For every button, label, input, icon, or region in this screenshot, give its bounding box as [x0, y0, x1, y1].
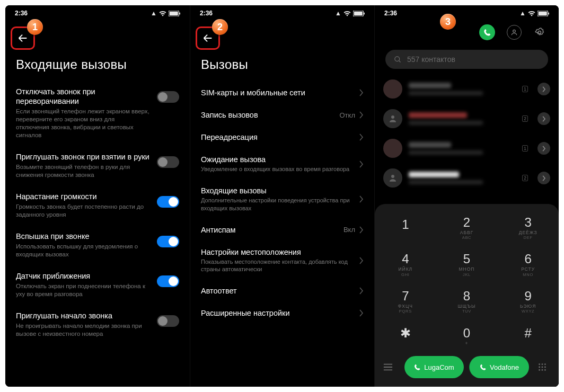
svg-rect-8: [548, 12, 549, 14]
dial-key-4[interactable]: 4 ИЙКЛGHI: [375, 246, 436, 283]
setting-row[interactable]: Переадресация: [201, 126, 364, 148]
setting-row[interactable]: Антиспам Вкл: [201, 219, 364, 241]
call-sim2-button[interactable]: Vodafone: [469, 356, 529, 378]
contact-row[interactable]: 1: [383, 74, 550, 104]
svg-rect-5: [364, 12, 365, 14]
setting-row[interactable]: Настройки местоположения Показывать мест…: [201, 241, 364, 280]
toggle-switch[interactable]: [157, 91, 179, 103]
setting-desc: Использовать вспышку для уведомления о в…: [16, 243, 149, 259]
setting-row[interactable]: Ожидание вызова Уведомление о входящих в…: [201, 148, 364, 180]
toggle-switch[interactable]: [157, 315, 179, 327]
setting-row[interactable]: Приглушать звонок при взятии в руки Возь…: [16, 147, 179, 186]
contact-row[interactable]: 2: [383, 104, 550, 133]
dialpad-toggle-button[interactable]: [534, 362, 550, 372]
setting-label: Антиспам: [201, 226, 339, 234]
phone-icon: [483, 29, 491, 37]
signal-icon: ▲: [335, 10, 341, 17]
svg-point-17: [539, 367, 540, 368]
dial-key-6[interactable]: 6 РСТУMNO: [497, 246, 559, 283]
svg-point-19: [544, 367, 546, 368]
chevron-right-icon: [359, 309, 364, 317]
setting-desc: Уведомление о входящих вызовах во время …: [201, 165, 355, 173]
dial-key-9[interactable]: 9 ЬЭЮЯWXYZ: [497, 283, 559, 320]
expand-button[interactable]: [537, 112, 550, 125]
avatar: [383, 79, 402, 99]
setting-row[interactable]: Нарастание громкости Громкость звонка бу…: [16, 186, 179, 226]
wifi-icon: [343, 11, 351, 16]
dial-key-1[interactable]: 1: [375, 209, 436, 246]
setting-label: Отключать звонок при переворачивании: [16, 87, 149, 106]
setting-row[interactable]: SIM-карты и мобильные сети: [201, 82, 364, 104]
dial-key-7[interactable]: 7 ФХЦЧPQRS: [375, 283, 436, 320]
dial-key-2[interactable]: 2 АБВГABC: [436, 209, 498, 246]
svg-point-14: [539, 363, 540, 365]
dial-key-8[interactable]: 8 ШЩЪЫTUV: [436, 283, 498, 320]
svg-point-11: [395, 56, 400, 61]
wifi-icon: [528, 11, 535, 16]
search-icon: [394, 56, 402, 64]
call-sim1-button[interactable]: LugaCom: [404, 356, 464, 378]
dial-key-3[interactable]: 3 ДЕЁЖЗDEF: [497, 209, 559, 246]
chevron-right-icon: [359, 111, 364, 119]
svg-point-13: [391, 175, 394, 178]
contacts-list[interactable]: 1 2 1 2: [375, 74, 559, 193]
arrow-left-icon: [17, 32, 29, 44]
tab-phone[interactable]: [479, 24, 495, 40]
expand-button[interactable]: [537, 83, 550, 95]
setting-label: Входящие вызовы: [201, 186, 355, 195]
svg-rect-4: [354, 11, 363, 15]
toggle-switch[interactable]: [157, 275, 179, 287]
setting-label: Приглушать начало звонка: [16, 311, 149, 320]
contact-row[interactable]: 2: [383, 163, 550, 193]
contact-sub: [409, 150, 483, 155]
setting-row[interactable]: Датчик приближения Отключать экран при п…: [16, 266, 179, 306]
expand-button[interactable]: [537, 172, 550, 184]
setting-row[interactable]: Вспышка при звонке Использовать вспышку …: [16, 226, 179, 266]
dial-key-✱[interactable]: ✱: [375, 320, 436, 352]
setting-row[interactable]: Расширенные настройки: [201, 302, 364, 324]
setting-row[interactable]: Запись вызовов Откл: [201, 104, 364, 126]
setting-desc: Не проигрывать начало мелодии звонка при…: [16, 322, 149, 338]
screen-calls: 2:36 ▲ 2 Вызовы SIM-карты и мобильные се…: [190, 5, 374, 387]
dial-key-0[interactable]: 0 +: [436, 320, 498, 352]
toggle-switch[interactable]: [157, 156, 179, 168]
chevron-right-icon: [542, 116, 546, 122]
user-icon: [510, 29, 518, 36]
dial-key-sub: ФХЦЧPQRS: [398, 304, 413, 314]
phone-icon: [480, 364, 487, 371]
toggle-switch[interactable]: [157, 236, 179, 247]
setting-desc: Если звонящий телефон лежит экраном ввер…: [16, 108, 149, 139]
battery-icon: [169, 11, 180, 16]
search-input[interactable]: 557 контактов: [385, 50, 548, 69]
battery-icon: [537, 11, 549, 16]
chevron-right-icon: [359, 287, 364, 295]
setting-row[interactable]: Приглушать начало звонка Не проигрывать …: [16, 306, 179, 345]
toggle-switch[interactable]: [157, 196, 179, 208]
chevron-right-icon: [359, 89, 364, 96]
chevron-right-icon: [359, 161, 364, 168]
avatar: [383, 109, 402, 128]
dial-key-sub: ШЩЪЫTUV: [457, 304, 475, 314]
call-sim2-label: Vodafone: [490, 363, 519, 371]
tab-contacts[interactable]: [507, 25, 522, 40]
signal-icon: ▲: [151, 10, 157, 17]
setting-row[interactable]: Входящие вызовы Дополнительные настройки…: [201, 180, 364, 219]
dial-key-#[interactable]: #: [497, 320, 559, 352]
arrow-left-icon: [202, 32, 214, 44]
expand-button[interactable]: [537, 142, 550, 155]
step-badge: 1: [27, 19, 43, 35]
dial-key-5[interactable]: 5 МНОПJKL: [436, 246, 498, 283]
svg-point-15: [542, 363, 543, 365]
contact-row[interactable]: 1: [383, 133, 550, 163]
dial-key-num: ✱: [400, 326, 411, 341]
settings-button[interactable]: [533, 26, 546, 39]
gear-icon: [534, 27, 545, 38]
setting-row[interactable]: Автоответ: [201, 280, 364, 302]
sim-badge: 1: [522, 86, 528, 92]
menu-button[interactable]: [383, 363, 399, 371]
setting-label: SIM-карты и мобильные сети: [201, 88, 355, 97]
chevron-right-icon: [359, 133, 364, 141]
svg-point-22: [544, 369, 546, 371]
setting-row[interactable]: Отключать звонок при переворачивании Есл…: [16, 82, 179, 147]
svg-rect-1: [170, 11, 178, 15]
